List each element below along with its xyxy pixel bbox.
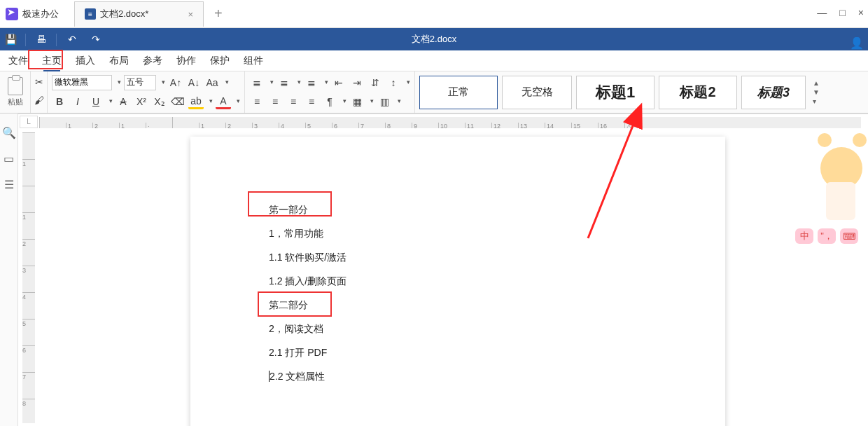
bullets-button[interactable]: ≣ — [249, 75, 265, 90]
align-left-button[interactable]: ≡ — [249, 94, 265, 109]
outline-icon[interactable]: ▭ — [4, 152, 14, 165]
document-area: L 121·12345678910111213141516△ 112345678… — [18, 114, 868, 426]
doc-line-8: 2.2 文档属性 — [270, 371, 325, 382]
menu-reference[interactable]: 参考 — [136, 51, 169, 71]
font-size-select[interactable] — [124, 75, 156, 90]
menu-protect[interactable]: 保护 — [203, 51, 237, 71]
numbering-button[interactable]: ≣ — [276, 75, 292, 90]
menu-bar: 文件 主页 插入 布局 参考 协作 保护 组件 — [0, 50, 868, 71]
style-normal[interactable]: 正常 — [419, 76, 498, 109]
style-h2[interactable]: 标题2 — [659, 76, 737, 109]
brush-icon[interactable]: 🖌 — [31, 92, 47, 108]
strike-button[interactable]: A — [115, 94, 131, 109]
document-tab[interactable]: ≡ 文档2.docx* × — [74, 1, 204, 27]
search-icon[interactable]: 🔍 — [2, 126, 16, 139]
font-color-button[interactable]: A — [216, 94, 231, 109]
underline-button[interactable]: U — [88, 94, 104, 109]
app-title: 极速办公 — [22, 8, 59, 20]
ime-kb[interactable]: ⌨ — [840, 228, 858, 244]
style-up-icon[interactable]: ▲ — [813, 79, 820, 87]
indent-button[interactable]: ⇥ — [349, 75, 365, 90]
dedent-button[interactable]: ⇤ — [331, 75, 346, 90]
highlight-button[interactable]: ab — [188, 94, 204, 109]
app-icon — [6, 8, 18, 20]
user-icon[interactable]: 👤 — [850, 32, 864, 46]
align-right-button[interactable]: ≡ — [286, 94, 301, 109]
left-sidebar: 🔍 ▭ ☰ — [0, 114, 18, 426]
paste-label: 粘贴 — [8, 97, 23, 107]
shading-button[interactable]: ▥ — [377, 94, 392, 109]
doc-line-1: 第一部分 — [269, 204, 308, 215]
change-case-button[interactable]: Aa — [204, 75, 220, 90]
doc-line-4: 1.2 插入/删除页面 — [269, 270, 725, 294]
ime-indicator[interactable]: 中 "， ⌨ — [795, 228, 858, 244]
ribbon: 粘贴 ✂ 🖌 ▾ ▾ A↑ A↓ Aa▾ B I U▾ A X² X₂ ⌫ ab… — [0, 71, 868, 114]
ime-zh[interactable]: 中 — [795, 228, 813, 244]
style-h3[interactable]: 标题3 — [741, 76, 806, 109]
vertical-ruler[interactable]: 112345678 — [22, 132, 35, 423]
style-down-icon[interactable]: ▼ — [813, 88, 820, 96]
clear-format-button[interactable]: ⌫ — [170, 94, 186, 109]
menu-collab[interactable]: 协作 — [169, 51, 203, 71]
font-dec-button[interactable]: A↓ — [186, 75, 202, 90]
align-center-button[interactable]: ≡ — [267, 94, 283, 109]
window-max-button[interactable]: □ — [839, 7, 845, 18]
save-icon[interactable]: 💾 — [0, 28, 21, 50]
paste-button[interactable]: 粘贴 — [0, 71, 31, 113]
redo-icon[interactable]: ↷ — [85, 28, 106, 50]
tab-strip: 极速办公 ≡ 文档2.docx* × + — □ × — [0, 0, 868, 28]
tab-close-button[interactable]: × — [188, 9, 193, 20]
add-tab-button[interactable]: + — [214, 6, 223, 22]
menu-insert[interactable]: 插入 — [69, 51, 102, 71]
menu-component[interactable]: 组件 — [237, 51, 270, 71]
page[interactable]: 第一部分 1，常用功能 1.1 软件购买/激活 1.2 插入/删除页面 第二部分… — [190, 137, 725, 426]
multilevel-button[interactable]: ≣ — [304, 75, 319, 90]
sort-button[interactable]: ⇵ — [368, 75, 383, 90]
window-min-button[interactable]: — — [817, 7, 827, 18]
document-title: 文档2.docx — [412, 28, 456, 50]
superscript-button[interactable]: X² — [134, 94, 149, 109]
subscript-button[interactable]: X₂ — [152, 94, 167, 109]
align-justify-button[interactable]: ≡ — [304, 94, 319, 109]
menu-file[interactable]: 文件 — [1, 51, 35, 71]
window-close-button[interactable]: × — [858, 7, 864, 18]
ime-punct[interactable]: "， — [818, 228, 836, 244]
horizontal-ruler[interactable]: 121·12345678910111213141516△ — [39, 117, 861, 128]
doc-line-7: 2.1 打开 PDF — [269, 341, 725, 365]
doc-line-6: 2，阅读文档 — [269, 317, 725, 341]
ruler-corner[interactable]: L — [20, 116, 38, 128]
paragraph-mark-button[interactable]: ¶ — [322, 94, 337, 109]
font-name-select[interactable] — [52, 75, 112, 90]
doc-line-5: 第二部分 — [269, 299, 308, 310]
title-bar: 💾 🖶 ↶ ↷ 文档2.docx 👤 — [0, 28, 868, 50]
cut-icon[interactable]: ✂ — [31, 74, 47, 90]
borders-button[interactable]: ▦ — [349, 94, 365, 109]
clipboard-icon — [8, 77, 23, 95]
print-icon[interactable]: 🖶 — [31, 28, 52, 50]
menu-home[interactable]: 主页 — [35, 51, 69, 71]
paragraph-group: ≣▾ ≣▾ ≣▾ ⇤ ⇥ ⇵ ↕▾ ≡ ≡ ≡ ≡ ¶▾ ▦▾ ▥▾ — [245, 71, 415, 113]
font-inc-button[interactable]: A↑ — [168, 75, 183, 90]
font-group: ▾ ▾ A↑ A↓ Aa▾ B I U▾ A X² X₂ ⌫ ab▾ A▾ — [48, 71, 245, 113]
doc-line-2: 1，常用功能 — [269, 222, 725, 246]
bold-button[interactable]: B — [52, 94, 67, 109]
list-icon[interactable]: ☰ — [4, 178, 14, 191]
style-nospacing[interactable]: 无空格 — [502, 76, 572, 109]
menu-layout[interactable]: 布局 — [102, 51, 136, 71]
style-more-icon[interactable]: ▾ — [813, 97, 820, 105]
styles-gallery: 正常 无空格 标题1 标题2 标题3 ▲▼▾ — [415, 71, 827, 113]
tab-name: 文档2.docx* — [100, 8, 148, 20]
linespacing-button[interactable]: ↕ — [386, 75, 401, 90]
style-h1[interactable]: 标题1 — [576, 76, 654, 109]
italic-button[interactable]: I — [70, 94, 85, 109]
doc-icon: ≡ — [85, 8, 96, 20]
undo-icon[interactable]: ↶ — [62, 28, 83, 50]
doc-line-3: 1.1 软件购买/激活 — [269, 246, 725, 270]
